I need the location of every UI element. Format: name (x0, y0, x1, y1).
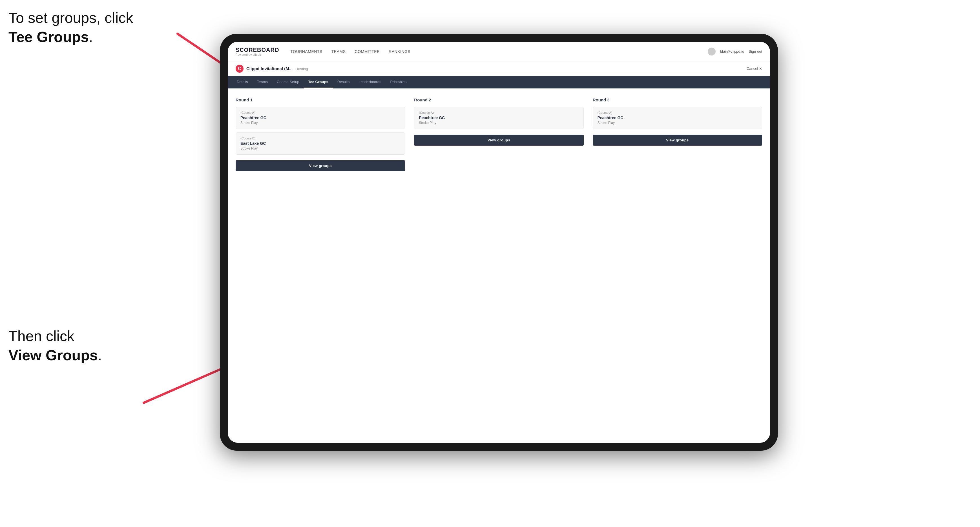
round-2-title: Round 2 (414, 97, 584, 102)
tablet-device: SCOREBOARD Powered by clippit TOURNAMENT… (220, 34, 778, 451)
logo-area: SCOREBOARD Powered by clippit (235, 47, 279, 56)
round-1-course-b-name: East Lake GC (240, 141, 400, 146)
round-1-course-b-format: Stroke Play (240, 146, 400, 151)
tab-course-setup[interactable]: Course Setup (272, 76, 304, 89)
tab-results[interactable]: Results (333, 76, 354, 89)
round-1-course-b-card: (Course B) East Lake GC Stroke Play (235, 132, 405, 155)
tournament-logo: C (235, 65, 243, 73)
round-1-title: Round 1 (235, 97, 405, 102)
sub-header: C Clippd Invitational (M... Hosting Canc… (228, 61, 770, 76)
round-3-title: Round 3 (593, 97, 762, 102)
logo-sub: Powered by clippit (235, 53, 261, 56)
round-3-column: Round 3 (Course A) Peachtree GC Stroke P… (593, 97, 762, 171)
cancel-button[interactable]: Cancel ✕ (747, 67, 762, 71)
instruction-bottom: Then click View Groups. (8, 327, 102, 365)
round-1-course-a-label: (Course A) (240, 111, 400, 114)
tab-details[interactable]: Details (232, 76, 253, 89)
tablet-screen: SCOREBOARD Powered by clippit TOURNAMENT… (228, 42, 770, 443)
app-header: SCOREBOARD Powered by clippit TOURNAMENT… (228, 42, 770, 61)
nav-teams[interactable]: TEAMS (331, 49, 346, 54)
round-2-course-a-format: Stroke Play (419, 121, 579, 125)
round-3-course-a-label: (Course A) (598, 111, 757, 114)
nav-tournaments[interactable]: TOURNAMENTS (290, 49, 322, 54)
round-1-course-a-format: Stroke Play (240, 121, 400, 125)
round-3-course-a-format: Stroke Play (598, 121, 757, 125)
main-content: Round 1 (Course A) Peachtree GC Stroke P… (228, 89, 770, 443)
tab-printables[interactable]: Printables (386, 76, 411, 89)
tab-tee-groups[interactable]: Tee Groups (304, 76, 333, 89)
round-1-course-a-card: (Course A) Peachtree GC Stroke Play (235, 107, 405, 129)
round-1-column: Round 1 (Course A) Peachtree GC Stroke P… (235, 97, 405, 171)
tab-navigation: Details Teams Course Setup Tee Groups Re… (228, 76, 770, 89)
nav-rankings[interactable]: RANKINGS (389, 49, 410, 54)
instruction-bottom-line1: Then click (8, 328, 75, 344)
instruction-top: To set groups, click Tee Groups. (8, 8, 133, 46)
tournament-name: Clippd Invitational (M... Hosting (247, 66, 747, 71)
tournament-status: Hosting (295, 67, 308, 71)
instruction-bottom-bold: View Groups (8, 347, 98, 364)
round-3-view-groups-button[interactable]: View groups (593, 135, 762, 146)
round-2-course-a-card: (Course A) Peachtree GC Stroke Play (414, 107, 584, 129)
tab-teams[interactable]: Teams (253, 76, 272, 89)
round-2-course-a-label: (Course A) (419, 111, 579, 114)
round-2-column: Round 2 (Course A) Peachtree GC Stroke P… (414, 97, 584, 171)
user-email: blair@clippd.io (720, 49, 744, 54)
main-nav: TOURNAMENTS TEAMS COMMITTEE RANKINGS (290, 49, 708, 54)
tab-leaderboards[interactable]: Leaderboards (354, 76, 386, 89)
rounds-grid: Round 1 (Course A) Peachtree GC Stroke P… (235, 97, 762, 171)
round-1-view-groups-button[interactable]: View groups (235, 160, 405, 171)
logo-text: SCOREBOARD (235, 47, 279, 53)
sign-out-link[interactable]: Sign out (749, 49, 762, 54)
round-1-course-a-name: Peachtree GC (240, 116, 400, 120)
nav-committee[interactable]: COMMITTEE (355, 49, 380, 54)
user-avatar (708, 48, 716, 56)
round-2-view-groups-button[interactable]: View groups (414, 135, 584, 146)
round-2-course-a-name: Peachtree GC (419, 116, 579, 120)
round-3-course-a-card: (Course A) Peachtree GC Stroke Play (593, 107, 762, 129)
instruction-top-line1: To set groups, click (8, 10, 133, 26)
instruction-top-bold: Tee Groups (8, 29, 89, 45)
round-3-course-a-name: Peachtree GC (598, 116, 757, 120)
round-1-course-b-label: (Course B) (240, 137, 400, 140)
header-right: blair@clippd.io Sign out (708, 48, 762, 56)
